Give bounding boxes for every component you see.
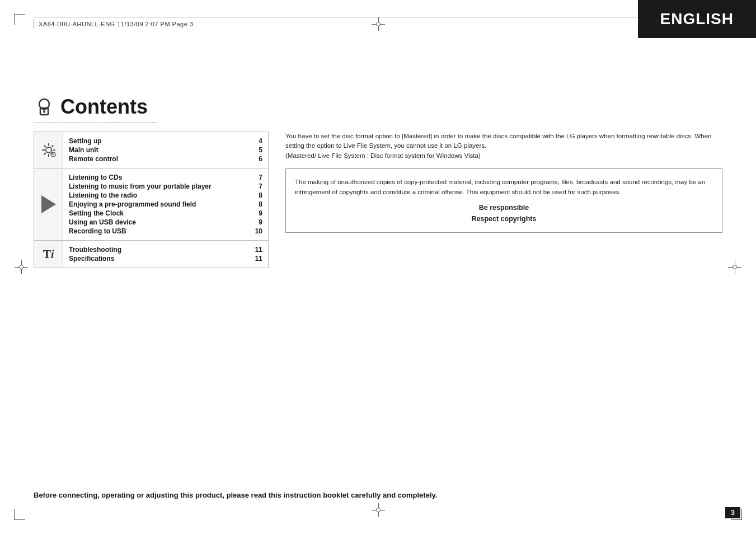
copyright-notice-box: The making of unauthorized copies of cop… [285, 168, 722, 233]
toc-item-page: 9 [259, 218, 262, 226]
toc-item-label: Setting the Clock [69, 209, 124, 217]
toc-layout: Setting up 4 Main unit 5 Remote control … [34, 132, 722, 268]
table-row: Setting the Clock 9 [69, 209, 262, 218]
contents-divider [34, 122, 157, 123]
toc-section-troubleshoot-content: Troubleshooting 11 Specifications 11 [63, 241, 268, 268]
toc-section-troubleshoot: Ti Troubleshooting 11 Specifications 11 [34, 241, 269, 268]
toc-item-label: Specifications [69, 255, 114, 263]
contents-header: Contents [34, 95, 722, 119]
toc-item-label: Setting up [69, 137, 102, 145]
toc-section-playback: Listening to CDs 7 Listening to music fr… [34, 168, 269, 241]
toc-item-label: Main unit [69, 146, 98, 154]
table-row: Troubleshooting 11 [69, 245, 262, 254]
table-row: Using an USB device 9 [69, 218, 262, 227]
toc-item-label: Remote control [69, 155, 118, 163]
table-row: Listening to CDs 7 [69, 173, 262, 182]
play-icon [41, 195, 56, 213]
gear-icon [40, 141, 58, 159]
be-responsible-text: Be responsible [295, 202, 713, 213]
toc-right: You have to set the disc format option t… [285, 132, 722, 233]
table-row: Listening to music from your portable pl… [69, 182, 262, 191]
corner-mark-tl [14, 14, 25, 25]
contents-section: Contents [34, 95, 722, 268]
crosshair-bottom [372, 503, 385, 517]
toc-item-page: 8 [259, 200, 262, 208]
toc-item-label: Listening to the radio [69, 191, 137, 199]
table-row: Enjoying a pre-programmed sound field 8 [69, 200, 262, 209]
toc-item-page: 11 [255, 246, 262, 254]
play-icon-col [34, 168, 63, 240]
bottom-note: Before connecting, operating or adjustin… [34, 490, 722, 501]
svg-line-9 [44, 146, 46, 148]
toc-item-page: 6 [259, 155, 262, 163]
table-row: Specifications 11 [69, 254, 262, 263]
toc-item-page: 11 [255, 255, 262, 263]
toc-section-setup-content: Setting up 4 Main unit 5 Remote control … [63, 132, 268, 168]
crosshair-left [15, 260, 28, 274]
english-badge: ENGLISH [638, 0, 756, 38]
svg-line-11 [51, 146, 54, 148]
toc-item-label: Listening to CDs [69, 174, 122, 181]
disc-format-notice: You have to set the disc format option t… [285, 132, 722, 161]
table-row: Remote control 6 [69, 154, 262, 163]
toc-section-playback-content: Listening to CDs 7 Listening to music fr… [63, 168, 268, 240]
contents-icon [34, 96, 55, 118]
toc-item-page: 4 [259, 137, 262, 145]
toc-item-page: 8 [259, 191, 262, 199]
toc-item-label: Enjoying a pre-programmed sound field [69, 200, 196, 208]
table-row: Main unit 5 [69, 146, 262, 154]
toc-item-label: Troubleshooting [69, 246, 121, 254]
toc-left: Setting up 4 Main unit 5 Remote control … [34, 132, 269, 268]
toc-item-label: Listening to music from your portable pl… [69, 182, 212, 190]
crosshair-right [728, 260, 741, 274]
ti-icon: Ti [43, 247, 54, 261]
table-row: Listening to the radio 8 [69, 191, 262, 200]
svg-point-4 [46, 147, 51, 153]
table-row: Setting up 4 [69, 137, 262, 146]
header-bar: XA64-D0U-AHUNLL-ENG 11/13/09 2:07 PM Pag… [34, 17, 722, 29]
table-row: Recording to USB 10 [69, 227, 262, 236]
ti-icon-col: Ti [34, 241, 63, 268]
toc-item-page: 7 [259, 174, 262, 181]
toc-item-page: 9 [259, 209, 262, 217]
copyright-box-text: The making of unauthorized copies of cop… [295, 177, 713, 198]
bottom-note-text: Before connecting, operating or adjustin… [34, 490, 722, 501]
svg-line-12 [44, 153, 46, 155]
gear-icon-col [34, 132, 63, 168]
toc-item-page: 5 [259, 146, 262, 154]
contents-title: Contents [60, 95, 148, 119]
respect-copyrights-text: Respect copyrights [295, 213, 713, 224]
toc-section-setup: Setting up 4 Main unit 5 Remote control … [34, 132, 269, 168]
toc-item-label: Using an USB device [69, 218, 136, 226]
page-number: 3 [725, 507, 740, 518]
toc-item-page: 10 [255, 227, 262, 235]
toc-item-page: 7 [259, 182, 262, 190]
toc-item-label: Recording to USB [69, 227, 126, 235]
corner-mark-bl [14, 509, 25, 520]
header-text: XA64-D0U-AHUNLL-ENG 11/13/09 2:07 PM Pag… [39, 21, 193, 27]
